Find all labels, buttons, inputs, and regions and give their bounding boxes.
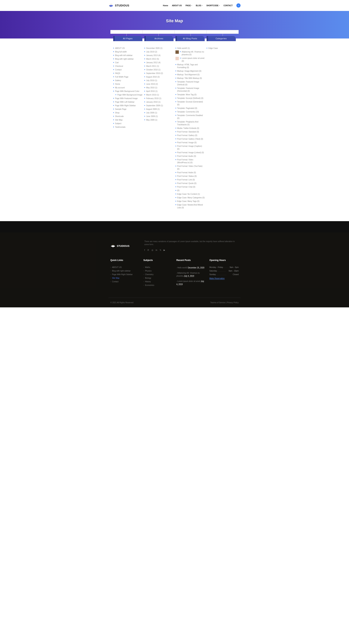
blog-post-link[interactable]: Template: Excerpt (Defined) (0) bbox=[176, 97, 205, 100]
footer-link[interactable]: ›Contact bbox=[110, 280, 140, 283]
blog-post-link[interactable]: Post Format: Video (YouTube) (0) bbox=[176, 165, 205, 170]
sitemap-link[interactable]: August 2010 (3) bbox=[144, 76, 174, 78]
sitemap-link[interactable]: February 2010 (1) bbox=[144, 97, 174, 100]
blog-post-link[interactable]: (0) bbox=[176, 189, 205, 192]
sitemap-link[interactable]: Cart bbox=[113, 61, 142, 64]
recent-post[interactable]: › Lorem ipsum dolor sit amet July 4, 201… bbox=[176, 280, 206, 286]
sitemap-link[interactable]: July 2010 (1) bbox=[144, 79, 174, 82]
footer-link[interactable]: ›Site Map bbox=[110, 277, 140, 279]
instagram-icon[interactable]: ◎ bbox=[152, 249, 153, 251]
blog-post-link[interactable]: Template: Featured Image (Vertical) (0) bbox=[176, 80, 205, 86]
sitemap-link[interactable]: March 2011 (1) bbox=[144, 65, 174, 68]
sitemap-link[interactable]: Page With Background Image bbox=[116, 94, 142, 96]
privacy-link[interactable]: Privacy Policy bbox=[227, 302, 239, 304]
sitemap-link[interactable]: August 2009 (1) bbox=[144, 108, 174, 110]
sitemap-link[interactable]: Page With Left Sidebar bbox=[113, 100, 142, 104]
sitemap-link[interactable]: January 2012 (4) bbox=[144, 61, 174, 64]
footer-link[interactable]: ›Blog with right sidebar bbox=[110, 270, 140, 272]
blog-post-link[interactable]: Post Format: Link (0) bbox=[176, 178, 205, 181]
blog-post-link[interactable]: Hello world! (1) bbox=[176, 47, 205, 50]
footer-logo[interactable]: STUDIOUS bbox=[110, 244, 139, 248]
sitemap-link[interactable]: Site Map bbox=[113, 118, 142, 121]
sitemap-link[interactable]: September 2010 (2) bbox=[144, 72, 174, 75]
blog-post-link[interactable]: Post Format: Image (Linked) (0) bbox=[176, 151, 205, 154]
footer-link[interactable]: ›Page With Right Sidebar bbox=[110, 274, 140, 276]
tab-pages[interactable]: All Pages bbox=[113, 36, 142, 41]
footer-link[interactable]: ›ABOUT US bbox=[110, 266, 140, 268]
sitemap-link[interactable]: March 2012 (5) bbox=[144, 58, 174, 60]
blog-post-link[interactable]: Template: Featured Image (Horizontal) (0… bbox=[176, 87, 205, 92]
sitemap-link[interactable]: October 2010 (1) bbox=[144, 68, 174, 71]
sitemap-link[interactable]: July 2019 (2) bbox=[144, 50, 174, 53]
twitter-icon[interactable]: 𝕏 bbox=[160, 249, 161, 251]
sitemap-link[interactable]: May 2010 (1) bbox=[144, 86, 174, 89]
recent-post[interactable]: › Adipiscing elit. Vivamus eu pharetra J… bbox=[176, 272, 206, 278]
footer-link[interactable]: ›Maths bbox=[143, 266, 172, 268]
blog-post-link[interactable]: Post Format: Video (WordPress.tv) (0) bbox=[176, 158, 205, 164]
youtube-icon[interactable]: ▶ bbox=[164, 249, 165, 251]
sitemap-link[interactable]: March 2010 (1) bbox=[144, 94, 174, 96]
nav-contact[interactable]: CONTACT bbox=[224, 4, 232, 6]
blog-post-link[interactable]: Markup: HTML Tags and Formatting (0) bbox=[176, 63, 205, 69]
sitemap-link[interactable]: Shop bbox=[113, 111, 142, 114]
blog-post-link[interactable]: Post Format: Standard (0) bbox=[176, 130, 205, 133]
sitemap-link[interactable]: Page With Featured Image bbox=[113, 97, 142, 100]
sitemap-link[interactable]: Blog with right sidebar bbox=[113, 58, 142, 60]
sitemap-link[interactable]: FAQS bbox=[113, 72, 142, 75]
sitemap-link[interactable]: Page With Background Color bbox=[113, 90, 142, 93]
nav-page[interactable]: PAGE▾ bbox=[186, 4, 192, 6]
blog-post-link[interactable]: Post Format: Audio (0) bbox=[176, 155, 205, 158]
blog-post-link[interactable]: Markup: Title With Markup (0) bbox=[176, 77, 205, 80]
terms-link[interactable]: Tearms of Service bbox=[210, 302, 226, 304]
sitemap-link[interactable]: Page With Right Sidebar bbox=[113, 104, 142, 107]
sitemap-link[interactable]: May 2009 (1) bbox=[144, 118, 174, 121]
share-button[interactable]: ⟡ bbox=[236, 4, 240, 8]
sitemap-link[interactable]: June 2010 (2) bbox=[144, 83, 174, 86]
blog-post-link[interactable]: Edge Case: Many Tags (0) bbox=[176, 200, 205, 203]
blog-post-link[interactable]: Media: Twitter Embeds (0) bbox=[176, 127, 205, 130]
pinterest-icon[interactable]: ℗ bbox=[147, 249, 149, 251]
blog-post-link[interactable]: Lorem ipsum dolor sit amet (0) bbox=[176, 57, 205, 62]
sitemap-link[interactable]: Blog with left sidebar bbox=[113, 54, 142, 57]
sitemap-link[interactable]: September 2009 (1) bbox=[144, 104, 174, 107]
sitemap-link[interactable]: January 2013 (4) bbox=[144, 54, 174, 57]
sitemap-link[interactable]: Testimonials bbox=[113, 126, 142, 128]
tab-archives[interactable]: Archives bbox=[144, 36, 174, 41]
logo[interactable]: STUDIOUS bbox=[108, 4, 129, 8]
blog-post-link[interactable]: Post Format: Chat (0) bbox=[176, 186, 205, 188]
sitemap-link[interactable]: January 2010 (1) bbox=[144, 100, 174, 104]
blog-post-link[interactable]: Post Format: Quote (0) bbox=[176, 182, 205, 185]
blog-post-link[interactable]: Post Format: Image (0) bbox=[176, 141, 205, 144]
sitemap-link[interactable]: Shortcode bbox=[113, 115, 142, 118]
sitemap-link[interactable]: Home bbox=[113, 83, 142, 86]
footer-link[interactable]: ›History bbox=[143, 280, 172, 283]
sitemap-link[interactable]: July 2009 (1) bbox=[144, 111, 174, 114]
sitemap-link[interactable]: Full Width Page bbox=[113, 76, 142, 78]
blog-post-link[interactable]: Template: Excerpt (Generated) (0) bbox=[176, 100, 205, 106]
blog-post-link[interactable]: Template: Comments (19) bbox=[176, 110, 205, 113]
reservation-link[interactable]: Make Reservation bbox=[210, 277, 225, 280]
blog-post-link[interactable]: Post Format: Gallery (Tiled) (0) bbox=[176, 138, 205, 140]
blog-post-link[interactable]: Template: Comments Disabled (0) bbox=[176, 114, 205, 120]
blog-post-link[interactable]: Edge Case: Many Categories (0) bbox=[176, 196, 205, 199]
nav-blog[interactable]: BLOG▾ bbox=[196, 4, 202, 6]
linkedin-icon[interactable]: in bbox=[156, 249, 157, 251]
blog-post-link[interactable]: Template: More Tag (0) bbox=[176, 93, 205, 96]
footer-link[interactable]: ›Biology bbox=[143, 277, 172, 279]
facebook-icon[interactable]: f bbox=[144, 249, 145, 251]
nav-about[interactable]: ABOUT US bbox=[172, 4, 182, 6]
tab-categories[interactable]: Categories bbox=[206, 36, 236, 41]
footer-link[interactable]: ›Chemistry bbox=[143, 274, 172, 276]
sitemap-link[interactable]: April 2010 (1) bbox=[144, 90, 174, 93]
sitemap-link[interactable]: Gallery bbox=[113, 79, 142, 82]
blog-post-link[interactable]: Post Format: Image (Caption) (0) bbox=[176, 145, 205, 150]
blog-post-link[interactable]: Markup: Image Alignment (0) bbox=[176, 70, 205, 72]
sitemap-link[interactable]: Subject bbox=[113, 122, 142, 125]
blog-post-link[interactable]: Template: Pingbacks And Trackbacks (5) bbox=[176, 120, 205, 126]
recent-post[interactable]: › Hello world! December 25, 2020 bbox=[176, 266, 206, 269]
blog-post-link[interactable]: Post Format: Status (0) bbox=[176, 175, 205, 178]
blog-post-link[interactable]: Template: Paginated (0) bbox=[176, 107, 205, 110]
sitemap-link[interactable]: June 2009 (1) bbox=[144, 115, 174, 118]
blog-post-link[interactable]: Edge Case: No Content (1) bbox=[176, 193, 205, 196]
sitemap-link[interactable]: ABOUT US bbox=[113, 47, 142, 50]
